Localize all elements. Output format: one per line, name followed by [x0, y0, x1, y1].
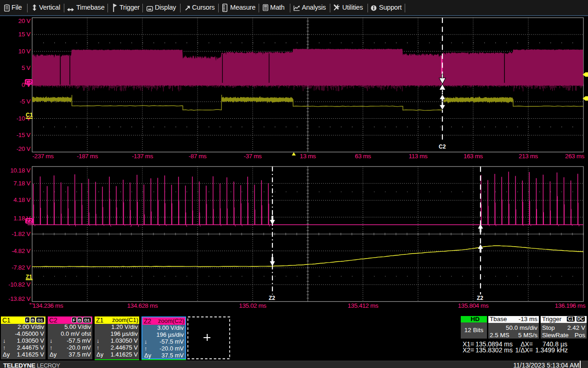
svg-text:C2: C2: [439, 144, 446, 150]
svg-text:Z2: Z2: [269, 295, 275, 301]
svg-text:Z2: Z2: [477, 295, 483, 301]
